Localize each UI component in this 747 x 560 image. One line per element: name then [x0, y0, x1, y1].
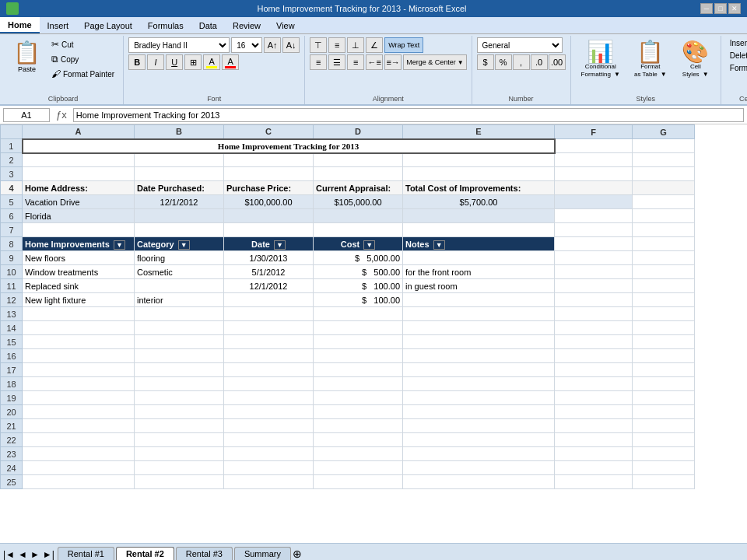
cell-E7[interactable] — [403, 223, 555, 237]
cell-F12[interactable] — [555, 293, 633, 307]
cell-F9[interactable] — [555, 251, 633, 265]
cell-B8[interactable]: Category ▼ — [135, 237, 224, 251]
bold-button[interactable]: B — [128, 54, 146, 70]
cell-F10[interactable] — [555, 265, 633, 279]
cell-A9[interactable]: New floors — [23, 251, 135, 265]
cell-E6[interactable] — [403, 209, 555, 223]
cell-C5[interactable]: $100,000.00 — [224, 195, 314, 209]
format-table-button[interactable]: 📋 Formatas Table ▼ — [629, 37, 672, 82]
cell-E12[interactable] — [403, 293, 555, 307]
cell-G12[interactable] — [633, 293, 695, 307]
cell-C4[interactable]: Purchase Price: — [224, 181, 314, 195]
col-header-C[interactable]: C — [224, 125, 314, 139]
cell-G1[interactable] — [633, 139, 695, 153]
col-header-G[interactable]: G — [633, 125, 695, 139]
menu-page-layout[interactable]: Page Layout — [76, 17, 140, 33]
cell-C7[interactable] — [224, 223, 314, 237]
cell-B6[interactable] — [135, 209, 224, 223]
comma-button[interactable]: , — [513, 54, 530, 70]
decrease-decimal-button[interactable]: .00 — [549, 54, 566, 70]
insert-cells-button[interactable]: Insert ▼ — [726, 37, 747, 49]
menu-formulas[interactable]: Formulas — [140, 17, 191, 33]
row-header[interactable]: 21 — [1, 419, 23, 433]
cell-E11[interactable]: in guest room — [403, 279, 555, 293]
cell-F1[interactable] — [555, 139, 633, 153]
currency-button[interactable]: $ — [477, 54, 494, 70]
cell-G2[interactable] — [633, 153, 695, 167]
row-header[interactable]: 7 — [1, 223, 23, 237]
cell-F11[interactable] — [555, 279, 633, 293]
cell-B7[interactable] — [135, 223, 224, 237]
cut-button[interactable]: ✂ Cut — [47, 37, 118, 51]
cell-F2[interactable] — [555, 153, 633, 167]
menu-insert[interactable]: Insert — [40, 17, 77, 33]
row-header[interactable]: 1 — [1, 139, 23, 153]
col-header-A[interactable]: A — [23, 125, 135, 139]
wrap-text-button[interactable]: Wrap Text — [384, 37, 423, 53]
format-painter-button[interactable]: 🖌 Format Painter — [47, 67, 118, 81]
cell-B2[interactable] — [135, 153, 224, 167]
cell-E3[interactable] — [403, 167, 555, 181]
cell-D9[interactable]: $ 5,000.00 — [314, 251, 403, 265]
cell-G7[interactable] — [633, 223, 695, 237]
paste-button[interactable]: 📋 Paste — [8, 37, 46, 75]
cell-A2[interactable] — [23, 153, 135, 167]
row-header[interactable]: 14 — [1, 321, 23, 335]
cell-G11[interactable] — [633, 279, 695, 293]
row-header[interactable]: 19 — [1, 391, 23, 405]
row-header[interactable]: 13 — [1, 307, 23, 321]
cell-C8[interactable]: Date ▼ — [224, 237, 314, 251]
cell-reference-input[interactable] — [3, 108, 50, 122]
cell-B3[interactable] — [135, 167, 224, 181]
row-header[interactable]: 9 — [1, 251, 23, 265]
sheet-tab-summary[interactable]: Summary — [234, 547, 291, 560]
decrease-font-button[interactable]: A↓ — [282, 37, 300, 53]
row-header[interactable]: 8 — [1, 237, 23, 251]
cell-E10[interactable]: for the front room — [403, 265, 555, 279]
row-header[interactable]: 6 — [1, 209, 23, 223]
cell-F5[interactable] — [555, 195, 633, 209]
font-size-select[interactable]: 16 — [231, 37, 262, 53]
row-header[interactable]: 11 — [1, 279, 23, 293]
row-header[interactable]: 20 — [1, 405, 23, 419]
cell-B10[interactable]: Cosmetic — [135, 265, 224, 279]
spreadsheet[interactable]: A B C D E F G 1 Home Improvement Trackin… — [0, 124, 747, 543]
menu-view[interactable]: View — [268, 17, 303, 33]
cell-D12[interactable]: $ 100.00 — [314, 293, 403, 307]
row-header[interactable]: 3 — [1, 167, 23, 181]
cell-C3[interactable] — [224, 167, 314, 181]
row-header[interactable]: 2 — [1, 153, 23, 167]
cell-E5[interactable]: $5,700.00 — [403, 195, 555, 209]
align-right-button[interactable]: ≡ — [347, 54, 364, 70]
cell-B11[interactable] — [135, 279, 224, 293]
increase-font-button[interactable]: A↑ — [264, 37, 281, 53]
cell-B5[interactable]: 12/1/2012 — [135, 195, 224, 209]
cell-C12[interactable] — [224, 293, 314, 307]
copy-button[interactable]: ⧉ Copy — [47, 52, 118, 66]
row-header[interactable]: 5 — [1, 195, 23, 209]
row-header[interactable]: 17 — [1, 363, 23, 377]
decrease-indent-button[interactable]: ←≡ — [366, 54, 383, 70]
sheet-tab-rental1[interactable]: Rental #1 — [58, 547, 114, 560]
tab-nav-first[interactable]: |◄ — [3, 549, 15, 560]
row-header[interactable]: 25 — [1, 475, 23, 489]
cell-E4[interactable]: Total Cost of Improvements: — [403, 181, 555, 195]
tab-nav-next[interactable]: ► — [30, 549, 40, 560]
row-header[interactable]: 18 — [1, 377, 23, 391]
col-header-B[interactable]: B — [135, 125, 224, 139]
number-format-select[interactable]: General — [477, 37, 563, 53]
cell-A3[interactable] — [23, 167, 135, 181]
merge-center-button[interactable]: Merge & Center ▼ — [403, 54, 466, 70]
cell-G3[interactable] — [633, 167, 695, 181]
cell-B9[interactable]: flooring — [135, 251, 224, 265]
cell-C9[interactable]: 1/30/2013 — [224, 251, 314, 265]
align-bottom-button[interactable]: ⊥ — [347, 37, 364, 53]
row-header[interactable]: 24 — [1, 461, 23, 475]
conditional-formatting-button[interactable]: 📊 ConditionalFormatting ▼ — [576, 37, 626, 82]
sheet-tab-rental2[interactable]: Rental #2 — [116, 547, 174, 560]
cell-C10[interactable]: 5/1/2012 — [224, 265, 314, 279]
cell-F3[interactable] — [555, 167, 633, 181]
cell-B12[interactable]: interior — [135, 293, 224, 307]
text-angle-button[interactable]: ∠ — [366, 37, 383, 53]
italic-button[interactable]: I — [147, 54, 164, 70]
